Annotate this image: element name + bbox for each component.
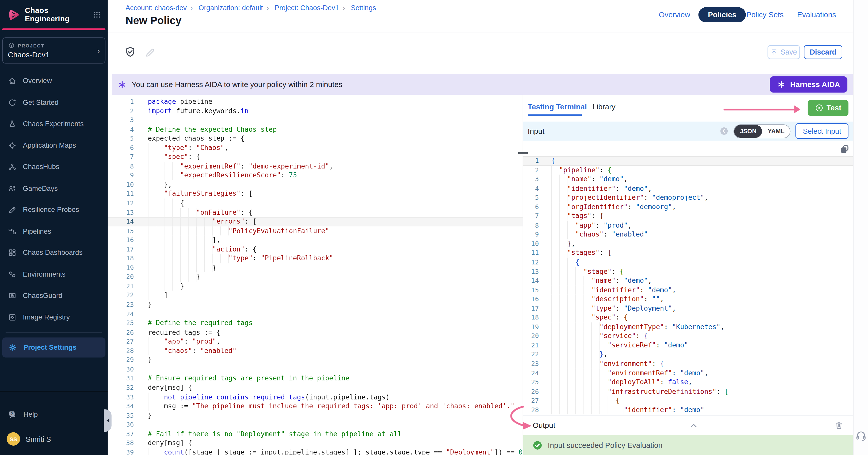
format-option-yaml[interactable]: YAML <box>762 128 790 134</box>
breadcrumb-project[interactable]: Project: Chaos-Dev1 <box>275 4 339 12</box>
tab-policy-sets[interactable]: Policy Sets <box>746 11 784 19</box>
code-line[interactable]: 21} <box>108 282 523 291</box>
sidebar-collapse-handle[interactable] <box>104 409 112 432</box>
code-line[interactable]: 31# Ensure required tags are present in … <box>108 374 523 383</box>
copy-icon[interactable] <box>840 144 850 155</box>
user-menu[interactable]: SS Smriti S <box>0 432 107 446</box>
tab-evaluations[interactable]: Evaluations <box>797 11 836 19</box>
sidebar-item-overview[interactable]: Overview <box>0 70 107 92</box>
sidebar-item-application-maps[interactable]: Application Maps <box>0 135 107 156</box>
sidebar-item-chaosguard[interactable]: ChaosGuard <box>0 285 107 306</box>
chevron-up-icon[interactable] <box>689 422 698 430</box>
code-line[interactable]: 1package pipeline <box>108 97 523 106</box>
code-line[interactable]: 21"serviceRef": "demo" <box>523 341 853 350</box>
code-line[interactable]: 32deny[msg] { <box>108 383 523 392</box>
tab-testing-terminal[interactable]: Testing Terminal <box>528 102 587 111</box>
breadcrumb-settings[interactable]: Settings <box>351 4 376 12</box>
sidebar-item-chaos-dashboards[interactable]: Chaos Dashboards <box>0 242 107 264</box>
code-line[interactable]: 17"action": { <box>108 245 523 254</box>
module-grid-icon[interactable] <box>93 10 101 19</box>
breadcrumb-organization[interactable]: Organization: default <box>198 4 263 12</box>
code-line[interactable]: 22] <box>108 291 523 300</box>
page-scrollbar[interactable] <box>853 0 868 455</box>
code-line[interactable]: 17"type": "Deployment", <box>523 304 853 313</box>
breadcrumb-account[interactable]: Account: chaos-dev <box>126 4 187 12</box>
code-line[interactable]: 14"errors": [ <box>108 217 523 226</box>
code-line[interactable]: 28"chaos": "enabled" <box>108 346 523 355</box>
sidebar-item-get-started[interactable]: Get Started <box>0 92 107 113</box>
code-line[interactable]: 2"pipeline": { <box>523 165 853 174</box>
code-line[interactable]: 23"environment": { <box>523 359 853 368</box>
code-line[interactable]: 7"spec": { <box>108 153 523 162</box>
code-line[interactable]: 4# Define the expected Chaos step <box>108 125 523 134</box>
code-line[interactable]: 2import future.keywords.in <box>108 106 523 116</box>
save-button[interactable]: Save <box>768 45 800 59</box>
code-line[interactable]: 26required_tags := { <box>108 328 523 337</box>
code-line[interactable]: 26"infrastructureDefinitions": [ <box>523 387 853 396</box>
code-line[interactable]: 19"deploymentType": "Kubernetes", <box>523 322 853 331</box>
sidebar-item-environments[interactable]: Environments <box>0 264 107 285</box>
code-line[interactable]: 30 <box>108 365 523 374</box>
project-selector[interactable]: PROJECT Chaos-Dev1 › <box>2 37 105 63</box>
code-line[interactable]: 39count([stage | stage := input.pipeline… <box>108 448 523 455</box>
code-line[interactable]: 3"name": "demo", <box>523 174 853 184</box>
code-line[interactable]: 24 <box>108 309 523 319</box>
format-toggle[interactable]: JSON YAML <box>734 124 790 138</box>
code-line[interactable]: 5expected_chaos_step := { <box>108 134 523 143</box>
sidebar-item-project-settings[interactable]: Project Settings <box>2 337 105 358</box>
sidebar-item-chaos-experiments[interactable]: Chaos Experiments <box>0 113 107 135</box>
tab-policies[interactable]: Policies <box>699 7 746 22</box>
code-line[interactable]: 13"stage": { <box>523 267 853 276</box>
code-line[interactable]: 11"failureStrategies": [ <box>108 189 523 198</box>
code-line[interactable]: 12{ <box>523 258 853 267</box>
sidebar-item-chaoshubs[interactable]: ChaosHubs <box>0 156 107 177</box>
code-line[interactable]: 34msg := "The pipeline must include the … <box>108 402 523 411</box>
input-json-editor[interactable]: 1{2"pipeline": {3"name": "demo",4"identi… <box>523 155 853 417</box>
code-line[interactable]: 10}, <box>523 239 853 249</box>
discard-button[interactable]: Discard <box>804 45 842 59</box>
select-input-button[interactable]: Select Input <box>796 123 848 139</box>
sidebar-item-image-registry[interactable]: Image Registry <box>0 306 107 328</box>
code-line[interactable]: 6"orgIdentifier": "demoorg", <box>523 202 853 212</box>
code-line[interactable]: 6"type": "Chaos", <box>108 143 523 152</box>
code-line[interactable]: 13"onFailure": { <box>108 208 523 217</box>
code-line[interactable]: 18"spec": { <box>523 313 853 322</box>
code-line[interactable]: 10}, <box>108 180 523 189</box>
support-headset-icon[interactable] <box>855 429 867 441</box>
code-line[interactable]: 8"app": "prod", <box>523 221 853 230</box>
code-line[interactable]: 20"service": { <box>523 331 853 340</box>
code-line[interactable]: 12{ <box>108 198 523 207</box>
harness-aida-button[interactable]: Harness AIDA <box>770 76 847 93</box>
code-line[interactable]: 8"experimentRef": "demo-experiment-id", <box>108 162 523 171</box>
code-line[interactable]: 15"identifier": "demo", <box>523 286 853 295</box>
code-line[interactable]: 9"chaos": "enabled" <box>523 230 853 239</box>
edit-pencil-icon[interactable] <box>145 47 155 58</box>
code-line[interactable]: 27{ <box>523 396 853 405</box>
sidebar-item-resilience-probes[interactable]: Resilience Probes <box>0 199 107 221</box>
format-icon[interactable] <box>720 127 728 135</box>
panel-resize-handle[interactable] <box>518 152 528 154</box>
trash-icon[interactable] <box>835 421 843 430</box>
code-line[interactable]: 20} <box>108 272 523 282</box>
code-line[interactable]: 18"type": "PipelineRollback" <box>108 254 523 263</box>
code-line[interactable]: 1{ <box>523 156 853 165</box>
code-line[interactable]: 29} <box>108 356 523 365</box>
tab-overview[interactable]: Overview <box>659 11 690 19</box>
code-line[interactable]: 4"identifier": "demo", <box>523 184 853 193</box>
test-button[interactable]: Test <box>808 100 848 116</box>
help-button[interactable]: ? Help <box>0 406 107 423</box>
code-line[interactable]: 22}, <box>523 350 853 359</box>
code-line[interactable]: 28"identifier": "demo" <box>523 405 853 414</box>
code-line[interactable]: 11"stages": [ <box>523 249 853 258</box>
code-line[interactable]: 5"projectIdentifier": "demoproject", <box>523 193 853 202</box>
code-line[interactable]: 24"environmentRef": "demo", <box>523 368 853 378</box>
code-line[interactable]: 19} <box>108 263 523 272</box>
code-line[interactable]: 3 <box>108 116 523 125</box>
code-line[interactable]: 15"PolicyEvaluationFailure" <box>108 226 523 235</box>
policy-validity-shield-icon[interactable] <box>124 46 136 58</box>
code-line[interactable]: 23} <box>108 300 523 309</box>
code-line[interactable]: 38deny[msg] { <box>108 438 523 448</box>
code-line[interactable]: 14"name": "demo", <box>523 276 853 285</box>
sidebar-item-pipelines[interactable]: Pipelines <box>0 221 107 242</box>
policy-code-editor[interactable]: 1package pipeline2import future.keywords… <box>108 95 523 455</box>
